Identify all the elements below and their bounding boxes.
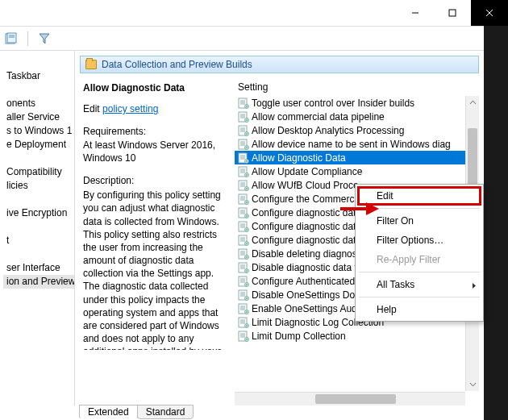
setting-label: Allow WUfB Cloud Proce	[252, 180, 359, 191]
policy-icon	[238, 193, 249, 205]
policy-icon	[238, 98, 249, 109]
context-all-tasks-label: All Tasks	[377, 279, 414, 290]
context-help[interactable]: Help	[357, 300, 481, 319]
setting-row[interactable]: Allow Diagnostic Data	[235, 151, 479, 164]
annotation-arrow	[339, 201, 379, 219]
setting-row[interactable]: Allow Desktop Analytics Processing	[235, 123, 479, 137]
edit-prefix: Edit	[83, 103, 100, 114]
setting-label: Configure diagnostic dat	[252, 235, 356, 246]
setting-label: Configure diagnostic dat	[252, 221, 356, 232]
tab-standard[interactable]: Standard	[137, 405, 194, 419]
setting-label: Disable deleting diagnost	[252, 248, 360, 260]
toolbar	[0, 27, 484, 51]
context-filter-options[interactable]: Filter Options…	[357, 231, 481, 250]
scroll-thumb-horizontal[interactable]	[315, 394, 396, 404]
minimize-button[interactable]	[397, 0, 434, 26]
setting-label: Allow Desktop Analytics Processing	[252, 125, 404, 136]
context-separator	[359, 297, 480, 297]
tree-pane[interactable]: Taskbaronentsaller Services to Windows 1…	[0, 51, 75, 405]
setting-label: Allow commercial data pipeline	[252, 111, 385, 123]
tree-item[interactable]	[3, 83, 74, 97]
tree-item[interactable]	[3, 289, 74, 302]
setting-row[interactable]: Limit Dump Collection	[235, 329, 479, 343]
policy-icon	[238, 248, 249, 260]
close-button[interactable]	[471, 0, 508, 26]
policy-icon	[238, 152, 249, 164]
window-titlebar	[0, 0, 508, 26]
toolbar-divider	[27, 31, 28, 46]
policy-icon	[238, 207, 249, 218]
setting-row[interactable]: Allow Update Compliance	[235, 164, 479, 178]
setting-label: Allow Update Compliance	[252, 166, 362, 177]
setting-header[interactable]: Setting	[235, 78, 479, 96]
policy-icon	[238, 166, 249, 177]
tree-item[interactable]	[3, 247, 74, 261]
policy-title: Allow Diagnostic Data	[83, 81, 227, 94]
tree-item[interactable]	[3, 220, 74, 234]
description-text: By configuring this policy setting you c…	[83, 189, 227, 350]
setting-label: Limit Dump Collection	[252, 331, 346, 342]
tree-item[interactable]: Compatibility	[3, 165, 74, 179]
tree-item[interactable]: Taskbar	[3, 69, 74, 83]
maximize-button[interactable]	[434, 0, 471, 26]
tree-item[interactable]	[3, 56, 74, 69]
setting-label: Allow device name to be sent in Windows …	[252, 139, 451, 150]
tree-item[interactable]: aller Service	[3, 110, 74, 124]
window-body: Taskbaronentsaller Services to Windows 1…	[0, 26, 484, 420]
category-title: Data Collection and Preview Builds	[102, 59, 252, 70]
description-column: Allow Diagnostic Data Edit policy settin…	[80, 78, 235, 405]
requirements-text: At least Windows Server 2016, Windows 10	[83, 139, 227, 164]
context-reapply-filter: Re-Apply Filter	[357, 250, 481, 269]
context-all-tasks[interactable]: All Tasks	[357, 275, 481, 294]
policy-icon	[238, 139, 249, 150]
policy-icon	[238, 180, 249, 191]
scroll-thumb-vertical[interactable]	[468, 128, 477, 193]
edit-policy-link[interactable]: policy setting	[102, 103, 158, 114]
tree-item[interactable]: s to Windows 1	[3, 124, 74, 138]
policy-icon	[238, 276, 249, 287]
description-label: Description:	[83, 174, 227, 187]
policy-icon	[238, 235, 249, 246]
setting-label: Toggle user control over Insider builds	[252, 98, 414, 109]
requirements-label: Requirements:	[83, 125, 227, 138]
setting-label: Allow Diagnostic Data	[252, 152, 346, 164]
policy-icon	[238, 331, 249, 342]
policy-icon	[238, 111, 249, 123]
properties-icon[interactable]	[5, 32, 18, 45]
tree-item[interactable]: ser Interface	[3, 261, 74, 275]
horizontal-scrollbar[interactable]	[235, 392, 465, 405]
tree-item[interactable]: licies	[3, 179, 74, 193]
edit-line: Edit policy setting	[83, 102, 227, 115]
tree-item[interactable]	[3, 193, 74, 206]
scroll-up-button[interactable]	[466, 96, 479, 110]
submenu-arrow-icon	[472, 280, 477, 293]
setting-row[interactable]: Allow device name to be sent in Windows …	[235, 137, 479, 151]
policy-icon	[238, 289, 249, 301]
category-header: Data Collection and Preview Builds	[80, 56, 479, 73]
setting-row[interactable]: Toggle user control over Insider builds	[235, 96, 479, 110]
tree-item[interactable]: onents	[3, 97, 74, 110]
policy-icon	[238, 262, 249, 273]
tree-item[interactable]: t	[3, 234, 74, 247]
policy-icon	[238, 221, 249, 232]
policy-icon	[238, 317, 249, 328]
folder-icon	[85, 60, 97, 69]
svg-rect-5	[7, 33, 16, 43]
context-separator	[359, 272, 480, 272]
tree-item[interactable]: ive Encryption	[3, 206, 74, 220]
tree-item[interactable]	[3, 152, 74, 165]
policy-icon	[238, 125, 249, 136]
view-tabs: Extended Standard	[79, 405, 193, 419]
tree-item[interactable]: ion and Preview	[3, 275, 74, 289]
svg-rect-1	[449, 10, 456, 16]
tree-item[interactable]: e Deployment	[3, 138, 74, 152]
tab-extended[interactable]: Extended	[79, 405, 138, 419]
policy-icon	[238, 303, 249, 314]
filter-icon[interactable]	[38, 32, 51, 45]
setting-row[interactable]: Allow commercial data pipeline	[235, 110, 479, 123]
scroll-down-button[interactable]	[466, 377, 479, 391]
